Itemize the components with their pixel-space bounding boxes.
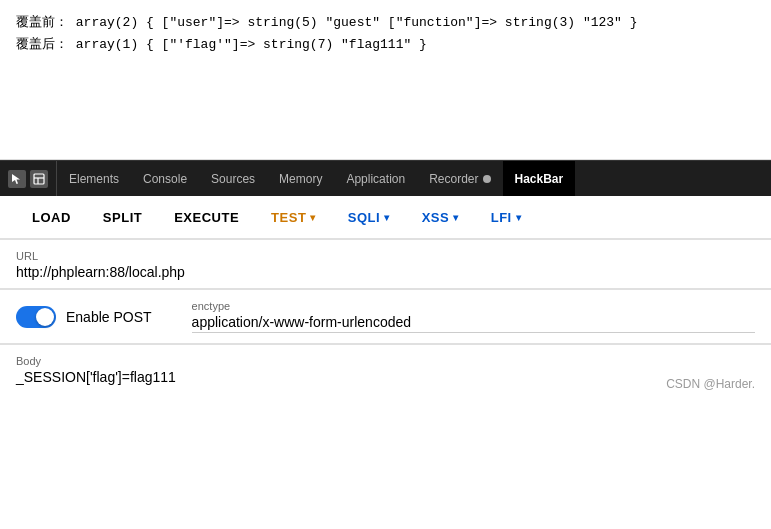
post-section: Enable POST enctype application/x-www-fo…: [0, 290, 771, 345]
recorder-dot-icon: [483, 175, 491, 183]
sqli-button[interactable]: SQLI ▾: [332, 196, 406, 238]
code-before: array(2) { ["user"]=> string(5) "guest" …: [68, 15, 638, 30]
php-output-area: 覆盖前： array(2) { ["user"]=> string(5) "gu…: [0, 0, 771, 160]
inspect-icon[interactable]: [30, 170, 48, 188]
tab-application[interactable]: Application: [334, 161, 417, 196]
url-value[interactable]: http://phplearn:88/local.php: [16, 264, 755, 280]
url-section: URL http://phplearn:88/local.php: [0, 240, 771, 290]
sqli-dropdown-arrow: ▾: [384, 212, 390, 223]
execute-button[interactable]: EXECUTE: [158, 196, 255, 238]
svg-marker-0: [12, 174, 20, 184]
enctype-value[interactable]: application/x-www-form-urlencoded: [192, 314, 755, 333]
xss-button[interactable]: XSS ▾: [406, 196, 475, 238]
body-label: Body: [16, 355, 755, 367]
output-line-1: 覆盖前： array(2) { ["user"]=> string(5) "gu…: [16, 12, 755, 34]
load-button[interactable]: LOAD: [16, 196, 87, 238]
action-buttons-row: LOAD SPLIT EXECUTE TEST ▾ SQLI ▾ XSS ▾ L…: [0, 196, 771, 240]
devtools-icons: [0, 161, 57, 196]
tab-elements[interactable]: Elements: [57, 161, 131, 196]
hackbar-panel: LOAD SPLIT EXECUTE TEST ▾ SQLI ▾ XSS ▾ L…: [0, 196, 771, 489]
test-button[interactable]: TEST ▾: [255, 196, 332, 238]
lfi-button[interactable]: LFI ▾: [475, 196, 538, 238]
tab-memory[interactable]: Memory: [267, 161, 334, 196]
xss-dropdown-arrow: ▾: [453, 212, 459, 223]
body-section: Body _SESSION['flag']=flag111 CSDN @Hard…: [0, 345, 771, 395]
enable-post-label: Enable POST: [66, 309, 152, 325]
tab-recorder[interactable]: Recorder: [417, 161, 502, 196]
lfi-dropdown-arrow: ▾: [516, 212, 522, 223]
watermark-text: CSDN @Harder.: [666, 377, 755, 391]
enctype-label: enctype: [192, 300, 755, 312]
tab-sources[interactable]: Sources: [199, 161, 267, 196]
output-line-2: 覆盖后： array(1) { ["'flag'"]=> string(7) "…: [16, 34, 755, 56]
enable-post-toggle[interactable]: [16, 306, 56, 328]
body-value[interactable]: _SESSION['flag']=flag111: [16, 369, 755, 385]
enable-post-container: Enable POST: [16, 306, 152, 328]
devtools-tab-bar: Elements Console Sources Memory Applicat…: [0, 160, 771, 196]
url-label: URL: [16, 250, 755, 262]
enctype-area: enctype application/x-www-form-urlencode…: [192, 300, 755, 333]
toggle-knob: [36, 308, 54, 326]
tab-console[interactable]: Console: [131, 161, 199, 196]
test-dropdown-arrow: ▾: [310, 212, 316, 223]
split-button[interactable]: SPLIT: [87, 196, 158, 238]
svg-rect-1: [34, 174, 44, 184]
code-after: array(1) { ["'flag'"]=> string(7) "flag1…: [68, 37, 427, 52]
label-before: 覆盖前：: [16, 14, 68, 29]
label-after: 覆盖后：: [16, 36, 68, 51]
tab-hackbar[interactable]: HackBar: [503, 161, 576, 196]
cursor-icon[interactable]: [8, 170, 26, 188]
